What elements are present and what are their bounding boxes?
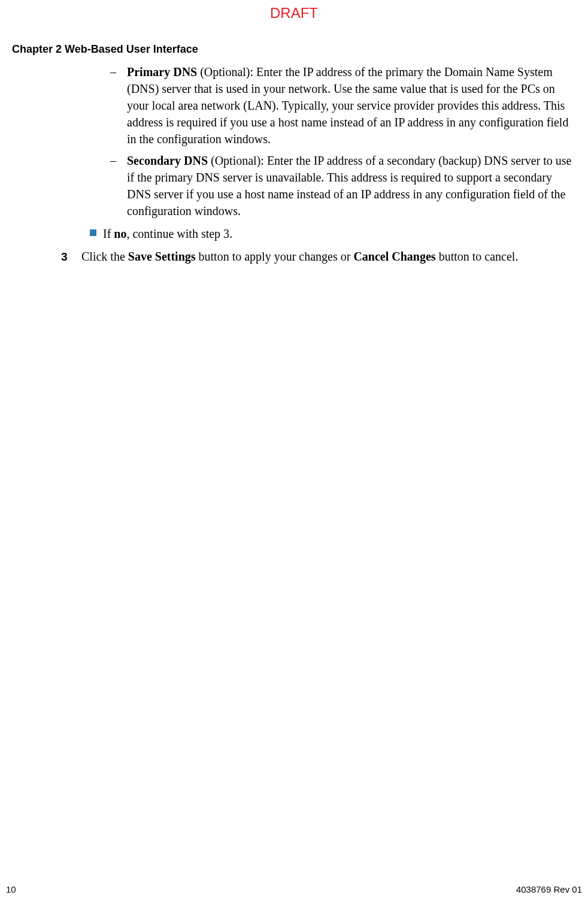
step3-b2: Cancel Changes bbox=[353, 250, 435, 263]
step3-b1: Save Settings bbox=[128, 250, 196, 263]
primary-dns-bold: Primary DNS bbox=[127, 65, 197, 78]
if-no-bold: no bbox=[114, 227, 126, 240]
dash-marker: – bbox=[81, 152, 127, 219]
list-item: If no, continue with step 3. bbox=[81, 225, 576, 242]
body-content: – Primary DNS (Optional): Enter the IP a… bbox=[81, 64, 576, 265]
square-bullet-icon bbox=[81, 225, 103, 242]
draft-watermark: DRAFT bbox=[0, 5, 588, 22]
page-footer: 10 4038769 Rev 01 bbox=[6, 884, 582, 894]
step3-t1: Click the bbox=[81, 250, 128, 263]
step-text: Click the Save Settings button to apply … bbox=[81, 248, 576, 265]
chapter-header: Chapter 2 Web-Based User Interface bbox=[12, 43, 198, 56]
step-number: 3 bbox=[61, 248, 81, 265]
if-no-pre: If bbox=[103, 227, 114, 240]
if-no-text: If no, continue with step 3. bbox=[103, 225, 576, 242]
step3-t3: button to cancel. bbox=[436, 250, 519, 263]
secondary-dns-text: Secondary DNS (Optional): Enter the IP a… bbox=[127, 152, 576, 219]
list-item: – Primary DNS (Optional): Enter the IP a… bbox=[81, 64, 576, 147]
primary-dns-text: Primary DNS (Optional): Enter the IP add… bbox=[127, 64, 576, 147]
if-no-post: , continue with step 3. bbox=[126, 227, 232, 240]
list-item: – Secondary DNS (Optional): Enter the IP… bbox=[81, 152, 576, 219]
dash-marker: – bbox=[81, 64, 127, 147]
step3-t2: button to apply your changes or bbox=[196, 250, 354, 263]
secondary-dns-bold: Secondary DNS bbox=[127, 154, 208, 167]
svg-rect-0 bbox=[90, 229, 96, 236]
doc-reference: 4038769 Rev 01 bbox=[516, 884, 582, 894]
numbered-step: 3 Click the Save Settings button to appl… bbox=[61, 248, 576, 265]
page-number: 10 bbox=[6, 884, 16, 894]
